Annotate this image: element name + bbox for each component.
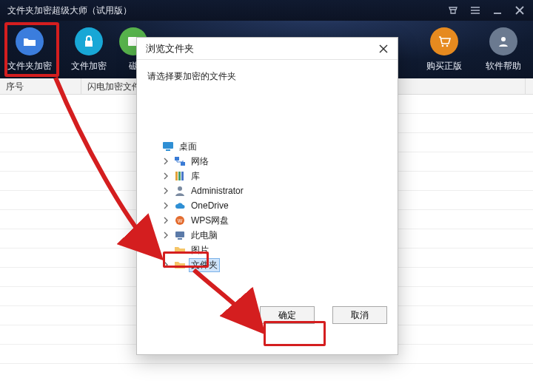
titlebar-right	[447, 4, 533, 16]
svg-point-20	[178, 186, 182, 191]
list-col-index: 序号	[0, 78, 81, 94]
expander-icon[interactable]	[161, 156, 171, 166]
library-icon	[174, 170, 186, 182]
cart-icon	[430, 27, 458, 55]
expander-icon[interactable]	[161, 260, 171, 270]
tree-node-label: WPS网盘	[189, 214, 231, 228]
tree-node-label: 此电脑	[189, 229, 220, 243]
app-root: 文件夹加密超级大师（试用版） 文件夹加密	[0, 0, 533, 392]
wps-icon: W	[174, 214, 186, 226]
titlebar: 文件夹加密超级大师（试用版）	[0, 0, 533, 21]
menu-icon[interactable]	[469, 4, 481, 16]
expander-icon[interactable]	[161, 171, 171, 181]
tree-node[interactable]: OneDrive	[147, 198, 387, 213]
tree-node[interactable]: 此电脑	[147, 228, 387, 243]
svg-point-10	[501, 37, 506, 41]
tree-node[interactable]: 库	[147, 169, 387, 183]
tree-node[interactable]: 图片	[147, 243, 387, 257]
dialog-buttons: 确定 取消	[260, 306, 387, 324]
tree-node-label: 文件夹	[189, 258, 220, 272]
dialog-titlebar: 浏览文件夹	[137, 38, 398, 60]
svg-rect-13	[163, 142, 173, 149]
svg-rect-15	[175, 157, 179, 160]
expander-icon[interactable]	[161, 200, 171, 211]
cloud-icon	[174, 200, 186, 212]
svg-rect-24	[178, 238, 182, 240]
svg-point-9	[446, 44, 449, 47]
toolbar-item-label: 软件帮助	[486, 60, 521, 72]
tree-node-label: 网络	[189, 155, 211, 169]
folder-icon	[174, 244, 186, 256]
user-icon	[489, 27, 517, 55]
svg-text:W: W	[178, 218, 183, 223]
toolbar-item-file-encrypt[interactable]: 文件加密	[59, 21, 118, 78]
user-icon	[174, 185, 186, 197]
dialog-instruction: 请选择要加密的文件夹	[137, 60, 398, 87]
svg-rect-23	[175, 232, 184, 237]
dialog-close-button[interactable]	[375, 41, 392, 57]
folder-icon	[16, 27, 44, 55]
toolbar-item-buy[interactable]: 购买正版	[415, 21, 474, 78]
tree-node-label: 库	[189, 169, 202, 183]
theme-icon[interactable]	[447, 4, 459, 16]
tree-node[interactable]: WWPS网盘	[147, 213, 387, 228]
svg-rect-17	[175, 172, 178, 180]
expander-icon[interactable]	[161, 186, 171, 196]
toolbar-item-label: 文件加密	[71, 60, 107, 72]
folder-icon	[174, 259, 186, 271]
svg-rect-14	[166, 149, 170, 151]
svg-rect-6	[85, 41, 93, 47]
expander-icon[interactable]	[161, 230, 171, 240]
toolbar-item-folder-encrypt[interactable]: 文件夹加密	[0, 21, 59, 78]
cancel-button[interactable]: 取消	[332, 306, 387, 324]
svg-point-8	[442, 44, 444, 47]
svg-rect-18	[178, 172, 181, 180]
dialog-tree[interactable]: 桌面网络库AdministratorOneDriveWWPS网盘此电脑图片文件夹	[147, 139, 387, 287]
toolbar-item-label: 购买正版	[426, 60, 462, 72]
tree-node-label: Administrator	[189, 185, 246, 197]
minimize-icon[interactable]	[492, 4, 503, 16]
browse-folder-dialog: 浏览文件夹 请选择要加密的文件夹 桌面网络库AdministratorOneDr…	[136, 37, 398, 355]
app-title: 文件夹加密超级大师（试用版）	[7, 0, 132, 21]
computer-icon	[174, 229, 186, 241]
tree-node[interactable]: 网络	[147, 154, 387, 169]
tree-node-label: 图片	[189, 243, 211, 257]
expander-icon[interactable]	[149, 141, 159, 152]
ok-button[interactable]: 确定	[260, 306, 315, 324]
toolbar-item-help[interactable]: 软件帮助	[474, 21, 533, 78]
dialog-title: 浏览文件夹	[146, 42, 194, 55]
expander-icon[interactable]	[161, 215, 171, 226]
close-icon[interactable]	[514, 4, 526, 16]
tree-node[interactable]: 桌面	[147, 139, 387, 154]
lock-icon	[75, 27, 103, 55]
svg-rect-16	[181, 162, 185, 166]
toolbar-item-label: 文件夹加密	[7, 60, 52, 72]
svg-rect-19	[181, 172, 184, 180]
network-icon	[174, 155, 186, 167]
tree-node-label: OneDrive	[189, 200, 231, 212]
expander-icon[interactable]	[161, 245, 171, 255]
tree-node[interactable]: 文件夹	[147, 257, 387, 272]
tree-node[interactable]: Administrator	[147, 183, 387, 198]
monitor-icon	[162, 141, 174, 152]
tree-node-label: 桌面	[177, 140, 199, 154]
